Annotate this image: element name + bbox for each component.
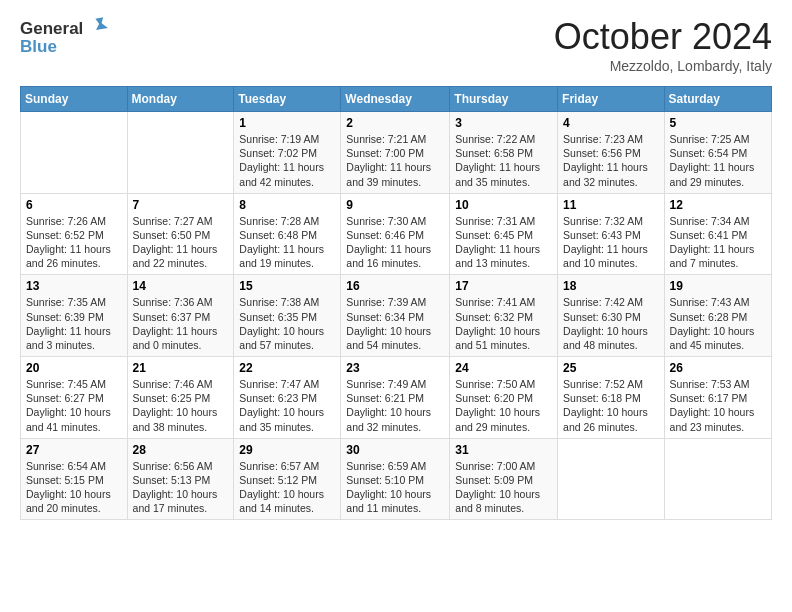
- day-info: Sunrise: 7:53 AM Sunset: 6:17 PM Dayligh…: [670, 377, 766, 434]
- calendar-cell: 30Sunrise: 6:59 AM Sunset: 5:10 PM Dayli…: [341, 438, 450, 520]
- day-number: 9: [346, 198, 444, 212]
- weekday-header-sunday: Sunday: [21, 87, 128, 112]
- day-info: Sunrise: 7:35 AM Sunset: 6:39 PM Dayligh…: [26, 295, 122, 352]
- day-info: Sunrise: 7:00 AM Sunset: 5:09 PM Dayligh…: [455, 459, 552, 516]
- day-number: 4: [563, 116, 659, 130]
- day-info: Sunrise: 7:27 AM Sunset: 6:50 PM Dayligh…: [133, 214, 229, 271]
- day-number: 11: [563, 198, 659, 212]
- title-block: October 2024 Mezzoldo, Lombardy, Italy: [554, 16, 772, 74]
- calendar-cell: 22Sunrise: 7:47 AM Sunset: 6:23 PM Dayli…: [234, 357, 341, 439]
- day-number: 1: [239, 116, 335, 130]
- weekday-header-tuesday: Tuesday: [234, 87, 341, 112]
- day-number: 17: [455, 279, 552, 293]
- day-info: Sunrise: 7:30 AM Sunset: 6:46 PM Dayligh…: [346, 214, 444, 271]
- calendar-cell: [558, 438, 665, 520]
- day-info: Sunrise: 7:23 AM Sunset: 6:56 PM Dayligh…: [563, 132, 659, 189]
- calendar-cell: 18Sunrise: 7:42 AM Sunset: 6:30 PM Dayli…: [558, 275, 665, 357]
- day-number: 12: [670, 198, 766, 212]
- day-info: Sunrise: 7:25 AM Sunset: 6:54 PM Dayligh…: [670, 132, 766, 189]
- day-info: Sunrise: 7:36 AM Sunset: 6:37 PM Dayligh…: [133, 295, 229, 352]
- calendar-cell: 1Sunrise: 7:19 AM Sunset: 7:02 PM Daylig…: [234, 112, 341, 194]
- day-info: Sunrise: 7:42 AM Sunset: 6:30 PM Dayligh…: [563, 295, 659, 352]
- day-number: 3: [455, 116, 552, 130]
- calendar-cell: 26Sunrise: 7:53 AM Sunset: 6:17 PM Dayli…: [664, 357, 771, 439]
- calendar-cell: 31Sunrise: 7:00 AM Sunset: 5:09 PM Dayli…: [450, 438, 558, 520]
- day-info: Sunrise: 7:39 AM Sunset: 6:34 PM Dayligh…: [346, 295, 444, 352]
- day-number: 27: [26, 443, 122, 457]
- day-info: Sunrise: 7:22 AM Sunset: 6:58 PM Dayligh…: [455, 132, 552, 189]
- day-info: Sunrise: 7:46 AM Sunset: 6:25 PM Dayligh…: [133, 377, 229, 434]
- logo: General Blue: [20, 16, 110, 60]
- day-number: 13: [26, 279, 122, 293]
- day-info: Sunrise: 7:49 AM Sunset: 6:21 PM Dayligh…: [346, 377, 444, 434]
- weekday-header-thursday: Thursday: [450, 87, 558, 112]
- calendar-cell: 2Sunrise: 7:21 AM Sunset: 7:00 PM Daylig…: [341, 112, 450, 194]
- calendar-cell: 23Sunrise: 7:49 AM Sunset: 6:21 PM Dayli…: [341, 357, 450, 439]
- day-number: 25: [563, 361, 659, 375]
- day-info: Sunrise: 6:57 AM Sunset: 5:12 PM Dayligh…: [239, 459, 335, 516]
- calendar-cell: 8Sunrise: 7:28 AM Sunset: 6:48 PM Daylig…: [234, 193, 341, 275]
- calendar-cell: 13Sunrise: 7:35 AM Sunset: 6:39 PM Dayli…: [21, 275, 128, 357]
- day-number: 10: [455, 198, 552, 212]
- calendar-cell: 4Sunrise: 7:23 AM Sunset: 6:56 PM Daylig…: [558, 112, 665, 194]
- calendar-cell: 16Sunrise: 7:39 AM Sunset: 6:34 PM Dayli…: [341, 275, 450, 357]
- calendar-cell: [664, 438, 771, 520]
- calendar-cell: 20Sunrise: 7:45 AM Sunset: 6:27 PM Dayli…: [21, 357, 128, 439]
- calendar-cell: 28Sunrise: 6:56 AM Sunset: 5:13 PM Dayli…: [127, 438, 234, 520]
- day-number: 22: [239, 361, 335, 375]
- calendar-cell: 6Sunrise: 7:26 AM Sunset: 6:52 PM Daylig…: [21, 193, 128, 275]
- calendar-cell: 7Sunrise: 7:27 AM Sunset: 6:50 PM Daylig…: [127, 193, 234, 275]
- calendar-cell: 10Sunrise: 7:31 AM Sunset: 6:45 PM Dayli…: [450, 193, 558, 275]
- day-info: Sunrise: 7:21 AM Sunset: 7:00 PM Dayligh…: [346, 132, 444, 189]
- weekday-header-saturday: Saturday: [664, 87, 771, 112]
- day-number: 26: [670, 361, 766, 375]
- calendar-cell: 24Sunrise: 7:50 AM Sunset: 6:20 PM Dayli…: [450, 357, 558, 439]
- calendar-cell: 21Sunrise: 7:46 AM Sunset: 6:25 PM Dayli…: [127, 357, 234, 439]
- day-number: 30: [346, 443, 444, 457]
- day-number: 24: [455, 361, 552, 375]
- weekday-header-friday: Friday: [558, 87, 665, 112]
- location: Mezzoldo, Lombardy, Italy: [554, 58, 772, 74]
- month-title: October 2024: [554, 16, 772, 58]
- calendar-cell: 9Sunrise: 7:30 AM Sunset: 6:46 PM Daylig…: [341, 193, 450, 275]
- day-info: Sunrise: 7:47 AM Sunset: 6:23 PM Dayligh…: [239, 377, 335, 434]
- day-number: 18: [563, 279, 659, 293]
- day-number: 31: [455, 443, 552, 457]
- svg-text:Blue: Blue: [20, 37, 57, 56]
- day-info: Sunrise: 7:31 AM Sunset: 6:45 PM Dayligh…: [455, 214, 552, 271]
- page: General Blue October 2024 Mezzoldo, Lomb…: [0, 0, 792, 612]
- header: General Blue October 2024 Mezzoldo, Lomb…: [20, 16, 772, 74]
- calendar-cell: 14Sunrise: 7:36 AM Sunset: 6:37 PM Dayli…: [127, 275, 234, 357]
- day-number: 14: [133, 279, 229, 293]
- svg-marker-3: [96, 22, 108, 30]
- calendar-cell: 27Sunrise: 6:54 AM Sunset: 5:15 PM Dayli…: [21, 438, 128, 520]
- calendar-cell: [21, 112, 128, 194]
- calendar-cell: 25Sunrise: 7:52 AM Sunset: 6:18 PM Dayli…: [558, 357, 665, 439]
- day-number: 19: [670, 279, 766, 293]
- day-number: 7: [133, 198, 229, 212]
- day-number: 6: [26, 198, 122, 212]
- day-info: Sunrise: 7:26 AM Sunset: 6:52 PM Dayligh…: [26, 214, 122, 271]
- day-number: 16: [346, 279, 444, 293]
- day-info: Sunrise: 7:50 AM Sunset: 6:20 PM Dayligh…: [455, 377, 552, 434]
- day-number: 20: [26, 361, 122, 375]
- day-info: Sunrise: 7:34 AM Sunset: 6:41 PM Dayligh…: [670, 214, 766, 271]
- day-info: Sunrise: 6:56 AM Sunset: 5:13 PM Dayligh…: [133, 459, 229, 516]
- day-info: Sunrise: 7:52 AM Sunset: 6:18 PM Dayligh…: [563, 377, 659, 434]
- day-info: Sunrise: 7:28 AM Sunset: 6:48 PM Dayligh…: [239, 214, 335, 271]
- day-number: 2: [346, 116, 444, 130]
- day-number: 15: [239, 279, 335, 293]
- calendar-cell: 29Sunrise: 6:57 AM Sunset: 5:12 PM Dayli…: [234, 438, 341, 520]
- day-info: Sunrise: 7:38 AM Sunset: 6:35 PM Dayligh…: [239, 295, 335, 352]
- calendar-cell: 12Sunrise: 7:34 AM Sunset: 6:41 PM Dayli…: [664, 193, 771, 275]
- day-number: 29: [239, 443, 335, 457]
- day-number: 23: [346, 361, 444, 375]
- calendar-cell: 5Sunrise: 7:25 AM Sunset: 6:54 PM Daylig…: [664, 112, 771, 194]
- calendar: SundayMondayTuesdayWednesdayThursdayFrid…: [20, 86, 772, 520]
- day-info: Sunrise: 7:19 AM Sunset: 7:02 PM Dayligh…: [239, 132, 335, 189]
- day-number: 8: [239, 198, 335, 212]
- svg-text:General: General: [20, 19, 83, 38]
- day-info: Sunrise: 7:43 AM Sunset: 6:28 PM Dayligh…: [670, 295, 766, 352]
- calendar-cell: 19Sunrise: 7:43 AM Sunset: 6:28 PM Dayli…: [664, 275, 771, 357]
- calendar-cell: 11Sunrise: 7:32 AM Sunset: 6:43 PM Dayli…: [558, 193, 665, 275]
